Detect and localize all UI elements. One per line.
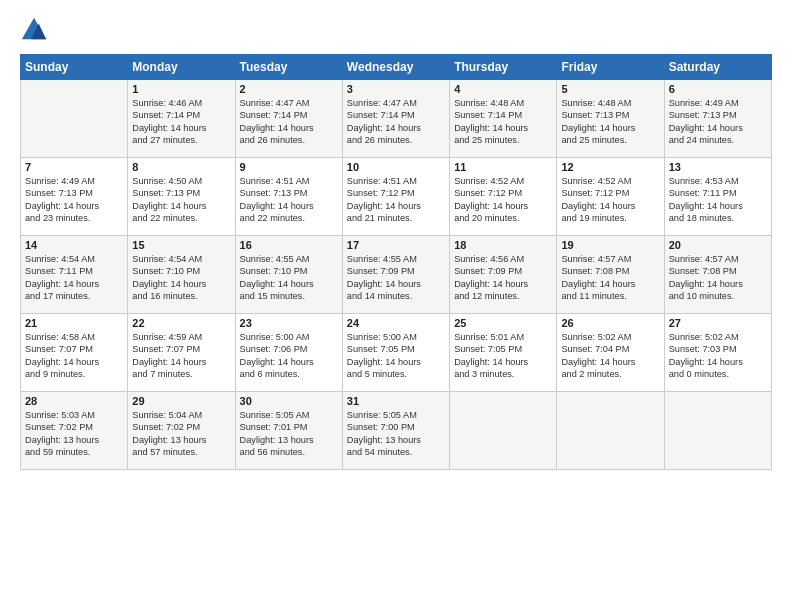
week-row-1: 1Sunrise: 4:46 AM Sunset: 7:14 PM Daylig… xyxy=(21,80,772,158)
week-row-4: 21Sunrise: 4:58 AM Sunset: 7:07 PM Dayli… xyxy=(21,314,772,392)
calendar-cell: 11Sunrise: 4:52 AM Sunset: 7:12 PM Dayli… xyxy=(450,158,557,236)
day-number: 5 xyxy=(561,83,659,95)
calendar-cell: 29Sunrise: 5:04 AM Sunset: 7:02 PM Dayli… xyxy=(128,392,235,470)
calendar-table: SundayMondayTuesdayWednesdayThursdayFrid… xyxy=(20,54,772,470)
calendar-cell: 31Sunrise: 5:05 AM Sunset: 7:00 PM Dayli… xyxy=(342,392,449,470)
calendar-cell: 26Sunrise: 5:02 AM Sunset: 7:04 PM Dayli… xyxy=(557,314,664,392)
cell-content: Sunrise: 4:53 AM Sunset: 7:11 PM Dayligh… xyxy=(669,175,767,225)
cell-content: Sunrise: 4:54 AM Sunset: 7:10 PM Dayligh… xyxy=(132,253,230,303)
day-header-sunday: Sunday xyxy=(21,55,128,80)
calendar-cell: 12Sunrise: 4:52 AM Sunset: 7:12 PM Dayli… xyxy=(557,158,664,236)
logo xyxy=(20,16,52,44)
calendar-cell: 5Sunrise: 4:48 AM Sunset: 7:13 PM Daylig… xyxy=(557,80,664,158)
calendar-cell: 17Sunrise: 4:55 AM Sunset: 7:09 PM Dayli… xyxy=(342,236,449,314)
cell-content: Sunrise: 5:05 AM Sunset: 7:00 PM Dayligh… xyxy=(347,409,445,459)
day-number: 6 xyxy=(669,83,767,95)
calendar-cell: 21Sunrise: 4:58 AM Sunset: 7:07 PM Dayli… xyxy=(21,314,128,392)
day-number: 8 xyxy=(132,161,230,173)
calendar-cell xyxy=(21,80,128,158)
calendar-cell: 16Sunrise: 4:55 AM Sunset: 7:10 PM Dayli… xyxy=(235,236,342,314)
cell-content: Sunrise: 5:04 AM Sunset: 7:02 PM Dayligh… xyxy=(132,409,230,459)
cell-content: Sunrise: 4:49 AM Sunset: 7:13 PM Dayligh… xyxy=(669,97,767,147)
cell-content: Sunrise: 4:55 AM Sunset: 7:09 PM Dayligh… xyxy=(347,253,445,303)
cell-content: Sunrise: 4:54 AM Sunset: 7:11 PM Dayligh… xyxy=(25,253,123,303)
day-number: 2 xyxy=(240,83,338,95)
day-number: 19 xyxy=(561,239,659,251)
calendar-cell: 20Sunrise: 4:57 AM Sunset: 7:08 PM Dayli… xyxy=(664,236,771,314)
logo-icon xyxy=(20,16,48,44)
header-row: SundayMondayTuesdayWednesdayThursdayFrid… xyxy=(21,55,772,80)
day-number: 11 xyxy=(454,161,552,173)
calendar-cell: 24Sunrise: 5:00 AM Sunset: 7:05 PM Dayli… xyxy=(342,314,449,392)
day-number: 20 xyxy=(669,239,767,251)
calendar-cell: 14Sunrise: 4:54 AM Sunset: 7:11 PM Dayli… xyxy=(21,236,128,314)
calendar-cell: 25Sunrise: 5:01 AM Sunset: 7:05 PM Dayli… xyxy=(450,314,557,392)
calendar-cell: 28Sunrise: 5:03 AM Sunset: 7:02 PM Dayli… xyxy=(21,392,128,470)
cell-content: Sunrise: 4:47 AM Sunset: 7:14 PM Dayligh… xyxy=(240,97,338,147)
calendar-cell: 13Sunrise: 4:53 AM Sunset: 7:11 PM Dayli… xyxy=(664,158,771,236)
cell-content: Sunrise: 5:01 AM Sunset: 7:05 PM Dayligh… xyxy=(454,331,552,381)
week-row-3: 14Sunrise: 4:54 AM Sunset: 7:11 PM Dayli… xyxy=(21,236,772,314)
calendar-cell: 9Sunrise: 4:51 AM Sunset: 7:13 PM Daylig… xyxy=(235,158,342,236)
calendar-cell: 8Sunrise: 4:50 AM Sunset: 7:13 PM Daylig… xyxy=(128,158,235,236)
cell-content: Sunrise: 4:56 AM Sunset: 7:09 PM Dayligh… xyxy=(454,253,552,303)
day-number: 25 xyxy=(454,317,552,329)
calendar-cell: 19Sunrise: 4:57 AM Sunset: 7:08 PM Dayli… xyxy=(557,236,664,314)
cell-content: Sunrise: 5:02 AM Sunset: 7:04 PM Dayligh… xyxy=(561,331,659,381)
calendar-cell: 23Sunrise: 5:00 AM Sunset: 7:06 PM Dayli… xyxy=(235,314,342,392)
calendar-cell: 22Sunrise: 4:59 AM Sunset: 7:07 PM Dayli… xyxy=(128,314,235,392)
day-number: 29 xyxy=(132,395,230,407)
cell-content: Sunrise: 4:48 AM Sunset: 7:14 PM Dayligh… xyxy=(454,97,552,147)
day-number: 10 xyxy=(347,161,445,173)
day-header-tuesday: Tuesday xyxy=(235,55,342,80)
day-number: 24 xyxy=(347,317,445,329)
day-number: 30 xyxy=(240,395,338,407)
cell-content: Sunrise: 4:50 AM Sunset: 7:13 PM Dayligh… xyxy=(132,175,230,225)
cell-content: Sunrise: 4:51 AM Sunset: 7:13 PM Dayligh… xyxy=(240,175,338,225)
calendar-cell xyxy=(557,392,664,470)
cell-content: Sunrise: 4:47 AM Sunset: 7:14 PM Dayligh… xyxy=(347,97,445,147)
cell-content: Sunrise: 5:03 AM Sunset: 7:02 PM Dayligh… xyxy=(25,409,123,459)
calendar-cell xyxy=(450,392,557,470)
day-number: 22 xyxy=(132,317,230,329)
calendar-cell xyxy=(664,392,771,470)
day-number: 9 xyxy=(240,161,338,173)
day-header-thursday: Thursday xyxy=(450,55,557,80)
day-number: 7 xyxy=(25,161,123,173)
cell-content: Sunrise: 4:58 AM Sunset: 7:07 PM Dayligh… xyxy=(25,331,123,381)
day-number: 1 xyxy=(132,83,230,95)
day-header-monday: Monday xyxy=(128,55,235,80)
day-number: 23 xyxy=(240,317,338,329)
week-row-2: 7Sunrise: 4:49 AM Sunset: 7:13 PM Daylig… xyxy=(21,158,772,236)
day-number: 27 xyxy=(669,317,767,329)
calendar-cell: 10Sunrise: 4:51 AM Sunset: 7:12 PM Dayli… xyxy=(342,158,449,236)
cell-content: Sunrise: 4:57 AM Sunset: 7:08 PM Dayligh… xyxy=(561,253,659,303)
cell-content: Sunrise: 5:02 AM Sunset: 7:03 PM Dayligh… xyxy=(669,331,767,381)
calendar-cell: 7Sunrise: 4:49 AM Sunset: 7:13 PM Daylig… xyxy=(21,158,128,236)
calendar-cell: 3Sunrise: 4:47 AM Sunset: 7:14 PM Daylig… xyxy=(342,80,449,158)
calendar-cell: 2Sunrise: 4:47 AM Sunset: 7:14 PM Daylig… xyxy=(235,80,342,158)
day-number: 31 xyxy=(347,395,445,407)
calendar-cell: 4Sunrise: 4:48 AM Sunset: 7:14 PM Daylig… xyxy=(450,80,557,158)
cell-content: Sunrise: 5:05 AM Sunset: 7:01 PM Dayligh… xyxy=(240,409,338,459)
cell-content: Sunrise: 5:00 AM Sunset: 7:05 PM Dayligh… xyxy=(347,331,445,381)
cell-content: Sunrise: 4:49 AM Sunset: 7:13 PM Dayligh… xyxy=(25,175,123,225)
day-number: 16 xyxy=(240,239,338,251)
calendar-cell: 30Sunrise: 5:05 AM Sunset: 7:01 PM Dayli… xyxy=(235,392,342,470)
day-number: 21 xyxy=(25,317,123,329)
calendar-cell: 27Sunrise: 5:02 AM Sunset: 7:03 PM Dayli… xyxy=(664,314,771,392)
cell-content: Sunrise: 4:57 AM Sunset: 7:08 PM Dayligh… xyxy=(669,253,767,303)
day-number: 17 xyxy=(347,239,445,251)
header xyxy=(20,16,772,44)
day-header-friday: Friday xyxy=(557,55,664,80)
day-number: 15 xyxy=(132,239,230,251)
day-number: 3 xyxy=(347,83,445,95)
calendar-cell: 15Sunrise: 4:54 AM Sunset: 7:10 PM Dayli… xyxy=(128,236,235,314)
cell-content: Sunrise: 5:00 AM Sunset: 7:06 PM Dayligh… xyxy=(240,331,338,381)
page: SundayMondayTuesdayWednesdayThursdayFrid… xyxy=(0,0,792,480)
day-header-wednesday: Wednesday xyxy=(342,55,449,80)
cell-content: Sunrise: 4:51 AM Sunset: 7:12 PM Dayligh… xyxy=(347,175,445,225)
day-number: 4 xyxy=(454,83,552,95)
cell-content: Sunrise: 4:48 AM Sunset: 7:13 PM Dayligh… xyxy=(561,97,659,147)
day-number: 28 xyxy=(25,395,123,407)
